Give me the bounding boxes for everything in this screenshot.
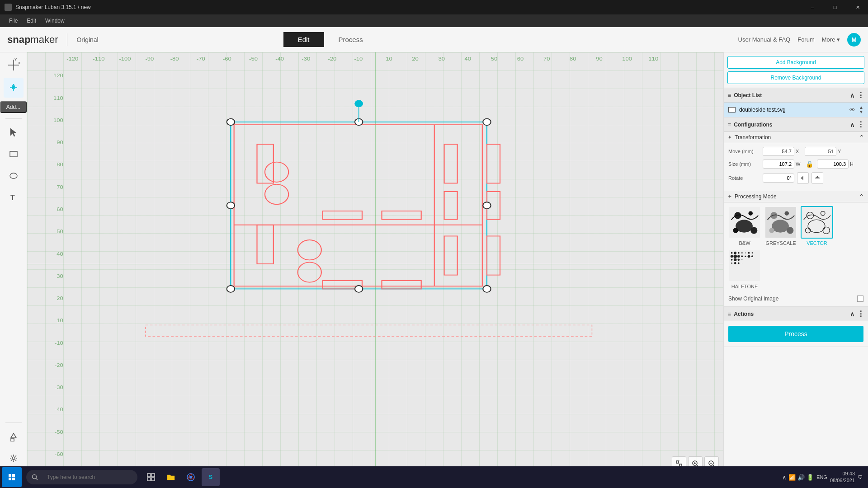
canvas-area[interactable]: -120 -110 -100 -90 -80 -70 -60 -50 -40 -… bbox=[27, 52, 723, 475]
object-list-more-icon[interactable]: ⋮ bbox=[857, 91, 864, 99]
ellipse-tool-btn[interactable] bbox=[4, 166, 24, 186]
svg-rect-74 bbox=[444, 236, 458, 275]
tray-expand-icon[interactable]: ∧ bbox=[782, 474, 787, 481]
current-time: 09:43 bbox=[830, 470, 855, 477]
svg-text:-20: -20 bbox=[55, 362, 63, 368]
svg-marker-9 bbox=[10, 128, 16, 136]
add-background-button[interactable]: Add Background bbox=[727, 56, 864, 69]
transformation-section: ✦ Transformation ⌃ Move (mm) X bbox=[724, 132, 868, 191]
svg-text:50: 50 bbox=[57, 229, 63, 235]
svg-text:-70: -70 bbox=[197, 56, 205, 62]
move-down-icon[interactable]: ▼ bbox=[859, 110, 863, 114]
language-indicator[interactable]: ENG bbox=[816, 474, 827, 480]
flip-v-button[interactable] bbox=[811, 172, 823, 184]
task-view-button[interactable] bbox=[142, 468, 160, 486]
svg-text:-40: -40 bbox=[275, 56, 284, 62]
canvas-grid: -120 -110 -100 -90 -80 -70 -60 -50 -40 -… bbox=[27, 52, 723, 475]
remove-background-button[interactable]: Remove Background bbox=[727, 71, 864, 84]
snapmaker-taskbar-button[interactable]: S bbox=[202, 468, 220, 486]
svg-rect-59 bbox=[234, 125, 482, 286]
actions-more-icon[interactable]: ⋮ bbox=[857, 310, 864, 318]
taskbar-search-area[interactable] bbox=[26, 470, 137, 484]
mode-vector-thumb bbox=[801, 206, 833, 239]
menu-file[interactable]: File bbox=[5, 16, 22, 26]
svg-point-113 bbox=[787, 227, 793, 234]
mode-greyscale-item[interactable]: GREYSCALE bbox=[764, 206, 797, 246]
notification-icon[interactable]: 🗨 bbox=[858, 474, 863, 480]
start-button[interactable] bbox=[2, 467, 22, 487]
processing-mode-collapse-icon[interactable]: ⌃ bbox=[859, 193, 864, 200]
window-title: Snapmaker Luban 3.15.1 / new bbox=[15, 4, 91, 10]
svg-rect-144 bbox=[12, 474, 15, 477]
size-h-input[interactable] bbox=[817, 160, 849, 169]
logo-text: snapmaker bbox=[7, 34, 58, 46]
menu-edit[interactable]: Edit bbox=[22, 16, 41, 26]
process-button[interactable]: Process bbox=[728, 326, 863, 342]
svg-point-135 bbox=[752, 252, 753, 253]
svg-point-84 bbox=[355, 286, 363, 292]
close-button[interactable]: ✕ bbox=[847, 0, 868, 14]
maximize-button[interactable]: □ bbox=[825, 0, 845, 14]
mode-halftone-item[interactable]: HALFTONE bbox=[728, 249, 761, 289]
actions-controls: ∧ ⋮ bbox=[850, 310, 864, 318]
nav-user-manual[interactable]: User Manual & FAQ bbox=[738, 36, 791, 43]
add-button[interactable]: Add... bbox=[0, 101, 27, 113]
visibility-icon[interactable]: 👁 bbox=[849, 107, 855, 113]
user-avatar[interactable]: M bbox=[847, 33, 861, 47]
svg-line-148 bbox=[36, 479, 38, 480]
svg-text:90: 90 bbox=[596, 56, 603, 62]
svg-text:-100: -100 bbox=[119, 56, 131, 62]
actions-header[interactable]: ≡ Actions ∧ ⋮ bbox=[724, 307, 868, 321]
tab-edit[interactable]: Edit bbox=[283, 32, 324, 47]
lock-icon[interactable]: 🔒 bbox=[805, 160, 814, 169]
battery-icon[interactable]: 🔋 bbox=[807, 474, 814, 481]
object-list-item[interactable]: doubleside test.svg 👁 ▲ ▼ bbox=[724, 103, 868, 117]
top-bar: snapmaker Original Edit Process User Man… bbox=[0, 27, 868, 52]
object-list-collapse-icon[interactable]: ∧ bbox=[850, 92, 854, 99]
network-icon[interactable]: 📶 bbox=[788, 474, 796, 481]
show-original-checkbox[interactable] bbox=[857, 296, 863, 302]
file-explorer-button[interactable] bbox=[162, 468, 180, 486]
nav-more[interactable]: More ▾ bbox=[822, 36, 840, 43]
shape-library-btn[interactable] bbox=[4, 427, 24, 446]
clock[interactable]: 09:43 08/06/2021 bbox=[830, 470, 855, 484]
flip-h-button[interactable] bbox=[797, 172, 809, 184]
text-tool-btn[interactable]: T bbox=[4, 188, 24, 207]
nav-forum[interactable]: Forum bbox=[797, 36, 815, 43]
settings-btn[interactable] bbox=[4, 448, 24, 468]
svg-point-127 bbox=[737, 255, 740, 258]
processing-mode-icon: ✦ bbox=[727, 193, 732, 200]
actions-collapse-icon[interactable]: ∧ bbox=[850, 310, 854, 318]
show-original-row: Show Original Image bbox=[724, 293, 868, 306]
move-y-input[interactable] bbox=[805, 147, 836, 156]
configurations-collapse-icon[interactable]: ∧ bbox=[850, 121, 854, 128]
rectangle-tool-btn[interactable] bbox=[4, 144, 24, 164]
move-label: Move (mm) bbox=[728, 149, 760, 154]
size-w-input[interactable] bbox=[763, 160, 794, 169]
svg-point-111 bbox=[772, 220, 789, 232]
select-tool-btn[interactable] bbox=[4, 122, 24, 142]
processing-mode-header[interactable]: ✦ Processing Mode ⌃ bbox=[724, 191, 868, 202]
left-bottom-tools bbox=[4, 421, 24, 472]
move-x-input[interactable] bbox=[763, 147, 794, 156]
actions-content: Process bbox=[724, 321, 868, 347]
configurations-more-icon[interactable]: ⋮ bbox=[857, 120, 864, 129]
search-icon bbox=[32, 474, 38, 480]
tab-process[interactable]: Process bbox=[324, 32, 377, 47]
search-input[interactable] bbox=[42, 470, 132, 484]
svg-text:T: T bbox=[10, 194, 15, 202]
object-list-header[interactable]: ≡ Object List ∧ ⋮ bbox=[724, 88, 868, 103]
menu-window[interactable]: Window bbox=[41, 16, 69, 26]
transformation-header[interactable]: ✦ Transformation ⌃ bbox=[724, 132, 868, 143]
chrome-button[interactable] bbox=[182, 468, 200, 486]
rotate-input[interactable] bbox=[763, 174, 794, 183]
mode-vector-item[interactable]: VECTOR bbox=[801, 206, 833, 246]
taskbar: S ∧ 📶 🔊 🔋 ENG 09:43 08/06/2021 🗨 bbox=[0, 466, 868, 488]
transformation-collapse-icon[interactable]: ⌃ bbox=[859, 134, 864, 141]
svg-text:-90: -90 bbox=[146, 56, 154, 62]
mode-bw-item[interactable]: B&W bbox=[728, 206, 761, 246]
minimize-button[interactable]: – bbox=[802, 0, 823, 14]
configurations-header[interactable]: ≡ Configurations ∧ ⋮ bbox=[724, 117, 868, 132]
volume-icon[interactable]: 🔊 bbox=[797, 474, 805, 481]
laser-tool-btn[interactable] bbox=[4, 78, 24, 98]
